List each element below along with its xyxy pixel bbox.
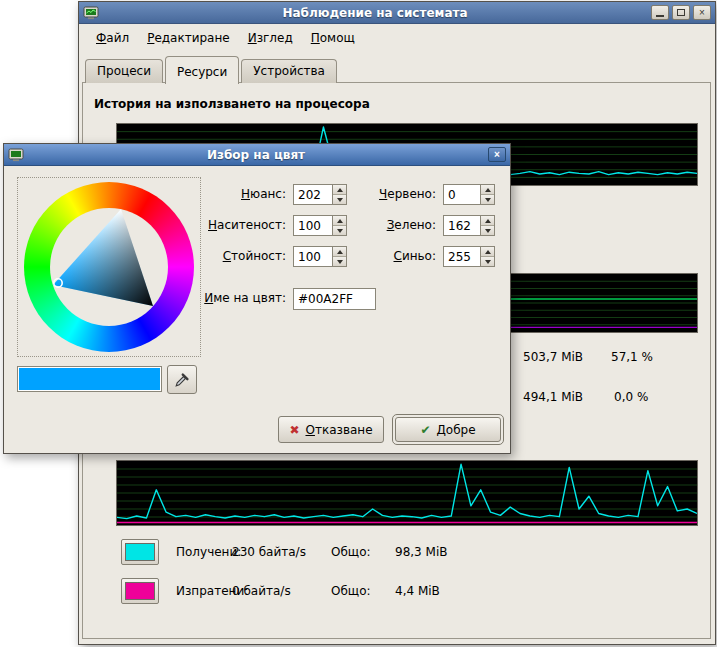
spin-up-icon[interactable] — [481, 216, 494, 226]
network-sent-row: Изпратени: 0 байта/s Общо: 4,4 MiB — [79, 578, 715, 604]
spin-down-icon[interactable] — [481, 195, 494, 204]
hue-spin-arrows[interactable] — [332, 185, 346, 204]
blue-value: 255 — [444, 247, 480, 266]
value-spin-arrows[interactable] — [332, 247, 346, 266]
color-preview — [17, 366, 162, 392]
eyedropper-button[interactable] — [167, 365, 197, 394]
cancel-button[interactable]: ✖ Отказване — [278, 416, 384, 443]
received-color-button[interactable] — [121, 539, 159, 565]
cancel-x-icon: ✖ — [289, 424, 299, 436]
spin-up-icon[interactable] — [333, 247, 346, 257]
network-history-chart — [116, 460, 698, 526]
blue-spin-arrows[interactable] — [480, 247, 494, 266]
saturation-spinner[interactable]: 100 — [293, 215, 347, 236]
ok-default-ring: ✔ Добре — [392, 414, 504, 445]
main-window-title: Наблюдение на системата — [103, 6, 647, 20]
spin-down-icon[interactable] — [333, 195, 346, 204]
color-name-input[interactable] — [293, 288, 376, 310]
spin-down-icon[interactable] — [333, 226, 346, 235]
tab-processes-label: Процеси — [97, 64, 151, 78]
received-total-label: Общо: — [331, 539, 371, 565]
hue-value: 202 — [294, 185, 332, 204]
received-color-swatch — [125, 543, 155, 561]
value-spinner[interactable]: 100 — [293, 246, 347, 267]
green-label: Зелено: — [387, 215, 436, 236]
saturation-value: 100 — [294, 216, 332, 235]
tab-devices[interactable]: Устройства — [241, 59, 337, 83]
green-spinner[interactable]: 162 — [443, 215, 495, 236]
system-monitor-icon — [83, 5, 99, 21]
received-total: 98,3 MiB — [395, 539, 447, 565]
sent-total-label: Общо: — [331, 578, 371, 604]
spin-down-icon[interactable] — [481, 226, 494, 235]
spin-up-icon[interactable] — [481, 185, 494, 195]
sent-color-swatch — [125, 582, 155, 600]
hue-spinner[interactable]: 202 — [293, 184, 347, 205]
menu-view[interactable]: Изглед — [239, 27, 302, 49]
color-wheel[interactable] — [24, 182, 194, 352]
tab-processes[interactable]: Процеси — [85, 59, 163, 83]
sent-rate: 0 байта/s — [232, 578, 291, 604]
green-spin-arrows[interactable] — [480, 216, 494, 235]
saturation-spin-arrows[interactable] — [332, 216, 346, 235]
ok-button[interactable]: ✔ Добре — [395, 417, 501, 442]
saturation-value-triangle[interactable] — [24, 182, 194, 352]
sent-color-button[interactable] — [121, 578, 159, 604]
dialog-close-icon: × — [494, 150, 500, 160]
maximize-button[interactable] — [672, 5, 690, 20]
ok-label: Добре — [436, 423, 475, 437]
spin-down-icon[interactable] — [333, 257, 346, 266]
value-value: 100 — [294, 247, 332, 266]
red-spin-arrows[interactable] — [480, 185, 494, 204]
main-titlebar[interactable]: Наблюдение на системата × — [79, 2, 715, 24]
memory-percent: 57,1 % — [611, 350, 653, 364]
spin-up-icon[interactable] — [481, 247, 494, 257]
minimize-button[interactable] — [651, 5, 669, 20]
close-icon: × — [699, 8, 705, 18]
color-wheel-area[interactable] — [17, 177, 201, 357]
minimize-icon — [656, 15, 664, 17]
cancel-label: Отказване — [305, 423, 372, 437]
dialog-controls: × — [488, 147, 506, 162]
dialog-icon — [8, 147, 24, 163]
color-picker-dialog: Избор на цвят × — [3, 143, 511, 454]
spin-down-icon[interactable] — [481, 257, 494, 266]
maximize-icon — [677, 9, 685, 16]
sent-total: 4,4 MiB — [395, 578, 440, 604]
menu-edit[interactable]: Редактиране — [138, 27, 239, 49]
tab-devices-label: Устройства — [253, 64, 325, 78]
tab-bar: Процеси Ресурси Устройства — [85, 54, 339, 83]
close-button[interactable]: × — [693, 5, 711, 20]
menu-file[interactable]: Файл — [87, 27, 138, 49]
desktop: Наблюдение на системата × Файл Редактира… — [0, 0, 717, 647]
spin-up-icon[interactable] — [333, 185, 346, 195]
color-name-label: Име на цвят: — [204, 288, 286, 309]
received-rate: 230 байта/s — [232, 539, 306, 565]
saturation-label: Наситеност: — [208, 215, 286, 236]
dialog-titlebar[interactable]: Избор на цвят × — [4, 144, 510, 166]
ok-check-icon: ✔ — [420, 424, 430, 436]
swap-amount: 494,1 MiB — [523, 390, 583, 404]
network-received-row: Получени: 230 байта/s Общо: 98,3 MiB — [79, 539, 715, 565]
value-label: Стойност: — [223, 246, 286, 267]
red-spinner[interactable]: 0 — [443, 184, 495, 205]
red-label: Червено: — [379, 184, 436, 205]
swap-percent: 0,0 % — [614, 390, 648, 404]
dialog-close-button[interactable]: × — [488, 147, 506, 162]
eyedropper-icon — [174, 372, 190, 388]
hue-label: Нюанс: — [241, 184, 286, 205]
spin-up-icon[interactable] — [333, 216, 346, 226]
green-value: 162 — [444, 216, 480, 235]
tab-resources-label: Ресурси — [177, 65, 227, 79]
red-value: 0 — [444, 185, 480, 204]
cpu-history-heading: История на използването на процесора — [94, 97, 370, 111]
tab-resources[interactable]: Ресурси — [165, 56, 239, 84]
dialog-title: Избор на цвят — [28, 148, 484, 162]
menu-help[interactable]: Помощ — [302, 27, 364, 49]
color-preview-swatch — [19, 368, 160, 390]
menu-bar: Файл Редактиране Изглед Помощ — [80, 25, 714, 50]
blue-spinner[interactable]: 255 — [443, 246, 495, 267]
blue-label: Синьо: — [394, 246, 437, 267]
memory-amount: 503,7 MiB — [523, 350, 583, 364]
window-controls: × — [651, 5, 711, 20]
